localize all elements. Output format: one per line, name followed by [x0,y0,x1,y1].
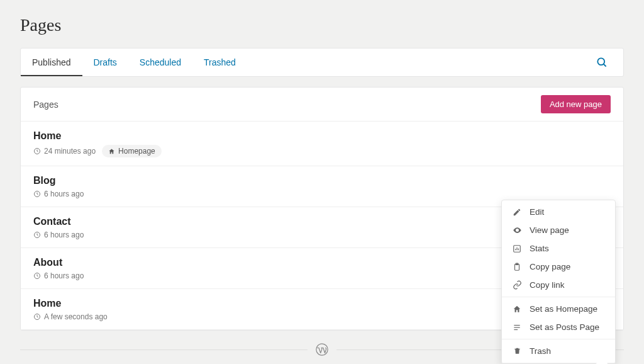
tab-scheduled[interactable]: Scheduled [128,48,192,76]
pages-list: Pages Add new page Home 24 minutes ago H… [20,87,624,331]
action-copy-link[interactable]: Copy link [502,276,615,294]
page-title: Pages [20,15,624,35]
badge-text: Homepage [118,147,155,156]
action-view[interactable]: View page [502,221,615,239]
page-row-title: Contact [33,216,84,227]
action-label: Set as Homepage [530,304,597,314]
stats-icon [513,244,521,253]
trash-icon [513,347,521,355]
action-label: Copy link [530,280,565,290]
action-label: Stats [530,244,549,253]
search-button[interactable] [591,51,613,74]
action-edit[interactable]: Edit [502,203,615,221]
search-icon [596,56,608,69]
pencil-icon [513,208,521,217]
time-text: 6 hours ago [44,230,84,239]
clock-icon [33,272,41,280]
home-icon [108,148,115,155]
page-row[interactable]: Home 24 minutes ago Homepage [21,122,623,166]
link-icon [513,280,522,290]
add-new-page-button[interactable]: Add new page [541,95,611,113]
tab-drafts[interactable]: Drafts [82,48,128,76]
list-header-label: Pages [33,100,58,110]
svg-point-0 [597,58,604,65]
action-label: Trash [530,346,551,356]
clock-icon [33,147,41,155]
page-row-title: Blog [33,175,84,186]
action-label: View page [530,225,569,235]
clock-icon [33,190,41,198]
page-row-time: 6 hours ago [33,230,84,239]
action-set-homepage[interactable]: Set as Homepage [502,300,615,318]
home-icon [513,305,521,314]
action-stats[interactable]: Stats [502,239,615,258]
eye-icon [513,225,522,235]
action-trash[interactable]: Trash [502,342,615,360]
posts-icon [513,323,521,332]
tabs-bar: Published Drafts Scheduled Trashed [20,48,624,77]
action-label: Set as Posts Page [530,322,599,332]
clipboard-icon [513,263,521,271]
list-header: Pages Add new page [21,88,623,122]
page-row-title: Home [33,130,162,142]
time-text: 24 minutes ago [44,147,96,156]
row-actions-popover: Edit View page Stats Copy page Copy link [501,200,616,364]
page-row-title: About [33,257,84,268]
page-row-time: A few seconds ago [33,312,108,321]
svg-line-1 [604,64,606,67]
page-row-title: Home [33,298,108,309]
page-row-time: 6 hours ago [33,190,84,198]
tab-trashed[interactable]: Trashed [192,48,247,76]
action-label: Copy page [530,262,570,271]
clock-icon [33,231,41,239]
time-text: 6 hours ago [44,271,84,280]
action-label: Edit [530,207,544,217]
time-text: 6 hours ago [44,190,84,198]
time-text: A few seconds ago [44,312,108,321]
page-row-time: 24 minutes ago [33,147,96,156]
tab-published[interactable]: Published [21,48,82,76]
action-set-posts-page[interactable]: Set as Posts Page [502,318,615,336]
wordpress-logo-icon [315,343,329,356]
page-row-time: 6 hours ago [33,271,84,280]
action-copy-page[interactable]: Copy page [502,258,615,276]
clock-icon [33,313,41,321]
homepage-badge: Homepage [102,145,162,157]
